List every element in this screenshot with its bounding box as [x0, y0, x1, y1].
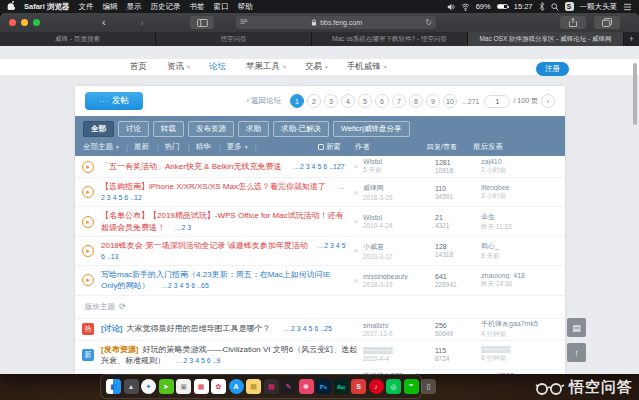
last-post-user[interactable]: 伞生: [481, 212, 565, 222]
thread-row[interactable]: 热 [讨论] 大家觉得最好用的思维导图工具是哪个？ …2 3 4 5 6 ..2…: [75, 319, 565, 341]
minimize-window-button[interactable]: [21, 19, 28, 26]
category-chip[interactable]: 求助-已解决: [273, 121, 329, 137]
float-button[interactable]: ▤: [567, 318, 586, 337]
nav-item[interactable]: 手机威锋 ▼: [347, 61, 388, 73]
back-button[interactable]: ‹: [102, 15, 106, 30]
browser-tab[interactable]: Mac os系统在哪里下载软件? - 悟空问答: [312, 32, 468, 46]
page-link[interactable]: 6: [375, 94, 389, 108]
last-post-user[interactable]: 戳心_: [481, 241, 565, 251]
clock[interactable]: 15:27: [514, 2, 533, 11]
dock-app-icon[interactable]: ▣: [176, 379, 191, 394]
thread-title[interactable]: 大家觉得最好用的思维导图工具是哪个？: [127, 324, 271, 333]
thread-author[interactable]: missingbeauty: [363, 273, 435, 280]
spotlight-icon[interactable]: [551, 3, 559, 11]
dock-app-icon[interactable]: Ps: [316, 379, 331, 394]
nav-item[interactable]: 首页: [130, 61, 149, 73]
menu-item[interactable]: 书签: [189, 2, 204, 12]
apple-menu-icon[interactable]: [7, 1, 15, 12]
nav-item[interactable]: 苹果工具 ▼: [246, 61, 287, 73]
page-link[interactable]: 5: [358, 94, 372, 108]
thread-title[interactable]: 好玩的策略类游戏——Civilization VI 文明6（风云变幻、迭起兴衰、…: [101, 345, 357, 365]
address-bar[interactable]: bbs.feng.com ↻: [236, 16, 436, 29]
dock-app-icon[interactable]: ❋: [299, 379, 314, 394]
thread-pages[interactable]: …2 3 4 5 6 ..9: [176, 357, 220, 364]
sort-option[interactable]: 最新: [134, 142, 151, 152]
last-post-user[interactable]: zaj410: [481, 158, 565, 165]
share-button[interactable]: [560, 16, 586, 29]
menu-item[interactable]: 窗口: [213, 2, 228, 12]
menu-app-name[interactable]: Safari 浏览器: [24, 2, 69, 12]
thread-title[interactable]: 【名单公布】【2019精品试玩】-WPS Office for Mac试玩活动！…: [101, 211, 344, 231]
bluetooth-icon[interactable]: [539, 2, 545, 11]
category-chip[interactable]: 全部: [83, 121, 114, 137]
back-to-forum-link[interactable]: ‹ 返回论坛: [246, 96, 281, 106]
dock-app-icon[interactable]: ◧: [106, 379, 121, 394]
thread-tag[interactable]: [发布资源]: [101, 345, 138, 354]
page-link[interactable]: 2: [307, 94, 321, 108]
page-link[interactable]: 1: [290, 94, 304, 108]
page-link[interactable]: 4: [341, 94, 355, 108]
volume-icon[interactable]: [447, 3, 455, 11]
category-chip[interactable]: 讨论: [118, 121, 149, 137]
thread-pages[interactable]: …2 3: [174, 224, 191, 231]
dock-app-icon[interactable]: ▦: [264, 379, 279, 394]
thread-row[interactable]: ▸ 「五一有奖活动」Anker快充 & Belkin无线充免费送 …2 3 4 …: [75, 156, 565, 178]
forward-button[interactable]: ›: [140, 15, 144, 30]
menu-list-icon[interactable]: [623, 3, 632, 11]
wifi-icon[interactable]: [461, 3, 470, 11]
show-tabs-button[interactable]: [594, 16, 620, 29]
menu-item[interactable]: 文件: [78, 2, 93, 12]
page-link[interactable]: ...271: [460, 94, 482, 108]
page-link[interactable]: 9: [426, 94, 440, 108]
dock-app-icon[interactable]: ✿: [211, 379, 226, 394]
browser-tab[interactable]: 威锋 - 百度搜索: [0, 32, 156, 46]
thread-title[interactable]: 2018锋友会·第一场深圳活动全记录 诚邀锋友参加年度活动: [101, 241, 308, 250]
new-window-checkbox[interactable]: 新窗: [318, 142, 341, 152]
category-chip[interactable]: 转载: [153, 121, 184, 137]
close-icon[interactable]: ×: [349, 188, 363, 197]
menu-item[interactable]: 帮助: [237, 2, 252, 12]
thread-author[interactable]: 小威君: [363, 242, 435, 252]
category-chip[interactable]: 求助: [238, 121, 269, 137]
browser-tab[interactable]: Mac OSX 软件游戏分享区 - 威锋论坛 - 威锋网: [468, 32, 624, 46]
thread-author[interactable]: 威锋网: [363, 183, 435, 193]
thread-author[interactable]: smallzhi: [363, 322, 435, 329]
nav-item[interactable]: 论坛: [209, 61, 228, 73]
dock-app-icon[interactable]: ✦: [141, 379, 156, 394]
dock-app-icon[interactable]: ✎: [281, 379, 296, 394]
close-icon[interactable]: ×: [349, 276, 363, 285]
thread-row[interactable]: ▸ 【选购指南】iPhone X/XR/XS/XS Max怎么选？看完你就知道了…: [75, 178, 565, 207]
close-icon[interactable]: ×: [349, 217, 363, 226]
thread-pages[interactable]: …2 3 4 5 6 ..65: [161, 282, 209, 289]
scrollbar[interactable]: [633, 63, 637, 125]
browser-tab[interactable]: 悟空问答: [156, 32, 312, 46]
close-icon[interactable]: ×: [349, 162, 363, 171]
thread-row[interactable]: ▸ 写给mac新手的入门指南（4.23更新：周五：在Mac上如何访问IE Onl…: [75, 266, 565, 295]
sort-option[interactable]: 精华: [196, 142, 213, 152]
menu-item[interactable]: 历史记录: [150, 2, 180, 12]
dock-app-icon[interactable]: Au: [334, 379, 349, 394]
dock-app-icon[interactable]: ▦: [194, 379, 209, 394]
zoom-window-button[interactable]: [33, 19, 40, 26]
page-link[interactable]: 8: [409, 94, 423, 108]
nav-item[interactable]: 资讯 ▼: [167, 61, 191, 73]
close-window-button[interactable]: [9, 19, 16, 26]
last-post-user[interactable]: ▒▒▒▒▒▒: [481, 346, 565, 353]
thread-pages[interactable]: …2 3 4 5 6 ..25: [284, 325, 332, 332]
refresh-icon[interactable]: ⟳: [119, 302, 126, 311]
close-icon[interactable]: ×: [349, 246, 363, 255]
sort-option[interactable]: 热门: [165, 142, 182, 152]
dock-app-icon[interactable]: ➤: [159, 379, 174, 394]
last-post-user[interactable]: zhaolong_418: [481, 272, 565, 279]
dock-app-icon[interactable]: ▯: [421, 379, 436, 394]
new-post-button[interactable]: ··· 发帖: [85, 92, 143, 110]
sort-option[interactable]: 更多 ▼: [227, 142, 249, 152]
sidebar-button[interactable]: [190, 16, 214, 29]
thread-title[interactable]: 【选购指南】iPhone X/XR/XS/XS Max怎么选？看完你就知道了: [101, 182, 326, 191]
category-chip[interactable]: 发布资源: [188, 121, 234, 137]
sort-option[interactable]: 全部主题 ▼: [83, 142, 120, 152]
new-tab-button[interactable]: +: [624, 32, 639, 46]
float-button[interactable]: ↑: [567, 343, 586, 362]
menu-item[interactable]: 编辑: [102, 2, 117, 12]
dock-app-icon[interactable]: S: [351, 379, 366, 394]
